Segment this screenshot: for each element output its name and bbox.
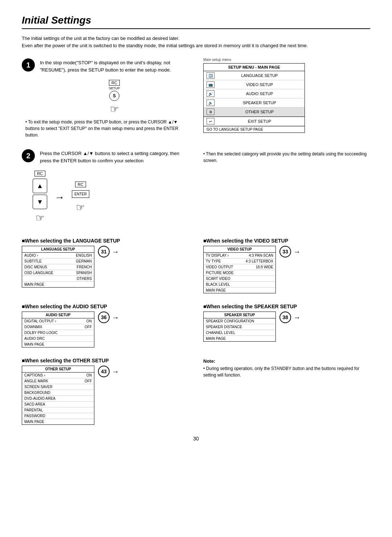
other-row-5: SACD AREA xyxy=(22,402,94,407)
audio-icon: 🔊 xyxy=(207,90,215,97)
speaker-table: SPEAKER SETUP SPEAKER CONFIGURATION SPEA… xyxy=(203,312,276,342)
language-row-1: SUBTITLE GERMAN xyxy=(22,259,94,264)
speaker-main-page: MAIN PAGE xyxy=(204,336,275,341)
video-detail: VIDEO SETUP TV DISPLAY › 4:3 PAN-SCAN TV… xyxy=(203,246,370,293)
language-page-num: 31 xyxy=(98,246,110,257)
video-row-1: TV TYPE 4:3 LETTERBOX xyxy=(204,259,275,264)
video-row-5: BLACK LEVEL xyxy=(204,282,275,288)
menu-row-video: 📺 VIDEO SETUP xyxy=(204,80,305,89)
other-row-7: PASSWORD xyxy=(22,413,94,419)
menu-row-speaker: 🔈 SPEAKER SETUP xyxy=(204,98,305,107)
speaker-detail: SPEAKER SETUP SPEAKER CONFIGURATION SPEA… xyxy=(203,312,370,342)
video-main-page: MAIN PAGE xyxy=(204,288,275,293)
menu-label-language: LANGUAGE SETUP xyxy=(217,73,302,78)
other-main-page: MAIN PAGE xyxy=(22,419,94,424)
intro-text: The initial settings of the unit at the … xyxy=(22,35,370,49)
language-row-4: OTHERS xyxy=(22,276,94,282)
setup-button: S xyxy=(109,91,119,101)
step1-text: In the stop mode("STOP" is displayed on … xyxy=(40,58,189,73)
menu-label-video: VIDEO SETUP xyxy=(217,82,302,87)
speaker-table-title: SPEAKER SETUP xyxy=(204,312,275,318)
language-row-0: AUDIO › ENGLISH xyxy=(22,253,94,259)
language-detail: LANGUAGE SETUP AUDIO › ENGLISH SUBTITLE … xyxy=(22,246,189,288)
menu-row-other: ⚙ OTHER SETUP xyxy=(204,107,305,117)
section-language-heading: ■When selecting the LANGUAGE SETUP xyxy=(22,238,189,244)
section-speaker: ■When selecting the SPEAKER SETUP SPEAKE… xyxy=(203,301,370,347)
audio-main-page: MAIN PAGE xyxy=(22,342,94,347)
arrow-right-step2: → xyxy=(54,192,65,203)
video-table-title: VIDEO SETUP xyxy=(204,246,275,253)
rc-label-2: RC xyxy=(34,171,45,176)
step2-text: Press the CURSOR ▲/▼ buttons to select a… xyxy=(40,149,189,164)
main-setup-menu: SETUP MENU - MAIN PAGE 🔤 LANGUAGE SETUP … xyxy=(203,63,305,133)
cursor-diagram: RC ▲ ▼ ☞ → RC ENTER ☞ xyxy=(33,171,189,224)
video-row-2: VIDEO OUTPUT 16:9 WIDE xyxy=(204,264,275,270)
audio-page-indicator: 36 → xyxy=(98,312,119,323)
audio-row-1: DOWNMIX OFF xyxy=(22,324,94,330)
other-icon: ⚙ xyxy=(207,109,215,115)
other-page-indicator: 43 → xyxy=(98,366,119,377)
audio-arrow: → xyxy=(112,313,119,322)
menu-label-audio: AUDIO SETUP xyxy=(217,91,302,96)
step1-block: 1 In the stop mode("STOP" is displayed o… xyxy=(22,58,189,73)
audio-detail: AUDIO SETUP DIGITAL OUTPUT › ON DOWNMIX … xyxy=(22,312,189,347)
page-number: 30 xyxy=(22,436,370,442)
menu-label-exit: EXIT SETUP xyxy=(217,119,302,123)
other-row-3: BACKGROUND xyxy=(22,390,94,396)
hand-icon-3: ☞ xyxy=(76,202,85,213)
video-page-indicator: 33 → xyxy=(279,246,301,257)
language-arrow: → xyxy=(112,248,119,256)
menu-row-language: 🔤 LANGUAGE SETUP xyxy=(204,71,305,80)
menu-setup-label: Main setup menu xyxy=(203,58,370,62)
language-page-indicator: 31 → xyxy=(98,246,119,257)
speaker-row-1: SPEAKER DISTANCE xyxy=(204,324,275,330)
speaker-row-0: SPEAKER CONFIGURATION xyxy=(204,318,275,324)
section-speaker-heading: ■When selecting the SPEAKER SETUP xyxy=(203,304,370,309)
step1-circle: 1 xyxy=(22,58,35,72)
note-text: • During setting operation, only the STA… xyxy=(203,365,370,378)
cursor-box-right: RC ENTER ☞ xyxy=(72,182,89,213)
other-detail: OTHER SETUP CAPTIONS › ON ANGLE MARK OFF… xyxy=(22,366,189,425)
speaker-page-num: 38 xyxy=(279,312,291,323)
audio-row-0: DIGITAL OUTPUT › ON xyxy=(22,318,94,324)
section-video: ■When selecting the VIDEO SETUP VIDEO SE… xyxy=(203,235,370,293)
section-video-heading: ■When selecting the VIDEO SETUP xyxy=(203,238,370,244)
step2-then: • Then the selected category will provid… xyxy=(203,151,370,164)
other-page-num: 43 xyxy=(98,366,110,377)
cursor-up-arrow: ▲ xyxy=(33,179,47,193)
video-row-4: SCART VIDEO xyxy=(204,276,275,282)
speaker-page-indicator: 38 → xyxy=(279,312,301,323)
speaker-arrow: → xyxy=(293,313,301,322)
menu-footer: GO TO LANGUAGE SETUP PAGE xyxy=(204,126,305,133)
audio-row-3: AUDIO DRC xyxy=(22,336,94,342)
language-table-title: LANGUAGE SETUP xyxy=(22,246,94,253)
other-row-0: CAPTIONS › ON xyxy=(22,373,94,378)
step1-bullet: • To exit the setup mode, press the SETU… xyxy=(25,119,189,138)
language-main-page: MAIN PAGE xyxy=(22,282,94,287)
speaker-icon: 🔈 xyxy=(207,99,215,106)
section-language: ■When selecting the LANGUAGE SETUP LANGU… xyxy=(22,235,189,293)
section-audio: ■When selecting the AUDIO SETUP AUDIO SE… xyxy=(22,301,189,347)
video-row-0: TV DISPLAY › 4:3 PAN-SCAN xyxy=(204,253,275,259)
other-row-1: ANGLE MARK OFF xyxy=(22,378,94,384)
rc-label-1: RC xyxy=(109,80,120,86)
menu-label-speaker: SPEAKER SETUP xyxy=(217,101,302,105)
language-icon: 🔤 xyxy=(207,72,215,79)
setup-label: SETUP xyxy=(109,86,120,90)
video-row-3: PICTURE MODE xyxy=(204,270,275,276)
hand-icon-1: ☞ xyxy=(110,103,119,115)
cursor-down-arrow: ▼ xyxy=(33,195,47,209)
other-table: OTHER SETUP CAPTIONS › ON ANGLE MARK OFF… xyxy=(22,366,94,425)
section-audio-heading: ■When selecting the AUDIO SETUP xyxy=(22,304,189,309)
language-table: LANGUAGE SETUP AUDIO › ENGLISH SUBTITLE … xyxy=(22,246,94,288)
audio-table: AUDIO SETUP DIGITAL OUTPUT › ON DOWNMIX … xyxy=(22,312,94,347)
sections-grid: ■When selecting the LANGUAGE SETUP LANGU… xyxy=(22,235,370,347)
speaker-row-2: CHANNEL LEVEL xyxy=(204,330,275,336)
video-table: VIDEO SETUP TV DISPLAY › 4:3 PAN-SCAN TV… xyxy=(203,246,276,293)
step2-circle: 2 xyxy=(22,149,35,162)
video-arrow: → xyxy=(293,248,301,256)
other-table-title: OTHER SETUP xyxy=(22,366,94,373)
audio-page-num: 36 xyxy=(98,312,110,323)
rc-diagram-1: RC SETUP S ☞ xyxy=(40,80,189,115)
menu-title: SETUP MENU - MAIN PAGE xyxy=(204,64,305,71)
